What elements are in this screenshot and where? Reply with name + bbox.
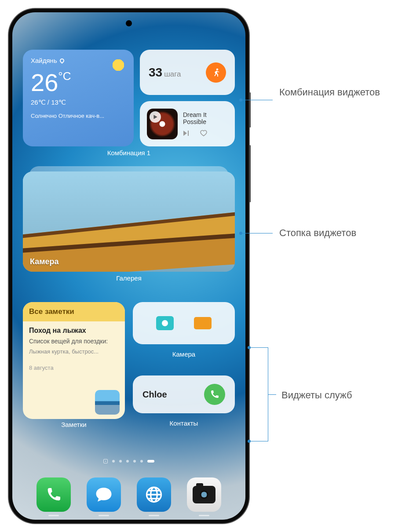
steps-label: шага: [164, 70, 181, 78]
callout-leader: [242, 233, 273, 233]
note-thumbnail: [95, 390, 120, 415]
steps-widget[interactable]: 33шага: [140, 50, 235, 95]
weather-low: 13℃: [51, 98, 66, 106]
callout-stack: Стопка виджетов: [279, 226, 356, 240]
location-pin-icon: [59, 57, 65, 63]
dock: [12, 477, 245, 512]
heart-icon[interactable]: [200, 130, 208, 137]
browser-app[interactable]: [137, 477, 171, 512]
weather-location: Хайдянь: [31, 57, 57, 64]
album-art: [147, 109, 178, 139]
callout-combo: Комбинация виджетов: [279, 86, 380, 99]
gallery-label: Галерея: [23, 274, 235, 282]
call-button[interactable]: [204, 384, 225, 405]
svg-rect-1: [188, 131, 189, 136]
contact-name: Chloe: [142, 390, 167, 400]
callout-service: Виджеты служб: [281, 389, 352, 402]
notes-widget[interactable]: Все заметки Поход на лыжах Список вещей …: [23, 302, 125, 419]
note-date: 8 августа: [29, 364, 119, 371]
contacts-label: Контакты: [133, 419, 235, 427]
camera-body-icon: [193, 486, 215, 503]
notes-column: Все заметки Поход на лыжах Список вещей …: [23, 302, 125, 428]
page-dot[interactable]: [119, 460, 122, 463]
callout-leader: [268, 394, 276, 395]
note-subtitle: Список вещей для поездки:: [29, 337, 119, 346]
play-icon: [150, 111, 161, 123]
page-dot[interactable]: [112, 460, 115, 463]
callout-leader: [242, 100, 273, 100]
home-indicator-icon[interactable]: [103, 459, 108, 463]
widget-stack[interactable]: Камера: [23, 171, 235, 272]
note-items: Лыжная куртка, быстрос...: [29, 348, 119, 355]
weather-high: 26℃: [31, 98, 46, 106]
contacts-widget[interactable]: Chloe: [133, 375, 235, 413]
notes-label: Заметки: [23, 421, 125, 428]
weather-widget[interactable]: Хайдянь 26°C 26℃ / 13℃ Солнечно Отличное…: [23, 50, 134, 146]
music-widget[interactable]: Dream It Possible: [140, 101, 235, 146]
weather-unit: °C: [58, 69, 71, 83]
widget-combo[interactable]: Хайдянь 26°C 26℃ / 13℃ Солнечно Отличное…: [23, 50, 235, 146]
music-title: Dream It Possible: [183, 111, 228, 125]
notes-header: Все заметки: [23, 302, 125, 321]
camera-widget[interactable]: [133, 302, 235, 344]
sun-icon: [111, 58, 126, 73]
page-dot[interactable]: [133, 460, 136, 463]
play-next-icon[interactable]: [183, 130, 191, 136]
callout-bracket: [251, 347, 268, 441]
phone-app[interactable]: [37, 477, 71, 512]
steps-count: 33: [149, 66, 162, 79]
messages-app[interactable]: [87, 477, 121, 512]
page-dot[interactable]: [126, 460, 129, 463]
camera-icon[interactable]: [156, 316, 174, 330]
gallery-caption: Камера: [30, 257, 59, 266]
page-indicator[interactable]: [12, 460, 245, 463]
page-dot-active[interactable]: [147, 460, 154, 463]
combo-label: Комбинация 1: [23, 149, 235, 157]
video-icon[interactable]: [194, 317, 212, 329]
camera-label: Камера: [133, 350, 235, 358]
weather-condition: Солнечно Отличное кач-в...: [31, 113, 126, 119]
camera-app[interactable]: [187, 477, 221, 512]
weather-temp: 26: [31, 69, 58, 96]
phone-frame: Хайдянь 26°C 26℃ / 13℃ Солнечно Отличное…: [9, 9, 249, 523]
page-dot[interactable]: [140, 460, 143, 463]
svg-point-0: [216, 68, 219, 70]
home-screen[interactable]: Хайдянь 26°C 26℃ / 13℃ Солнечно Отличное…: [12, 12, 245, 520]
gallery-widget[interactable]: Камера: [23, 171, 235, 272]
runner-icon: [206, 62, 226, 83]
note-title: Поход на лыжах: [29, 327, 119, 335]
